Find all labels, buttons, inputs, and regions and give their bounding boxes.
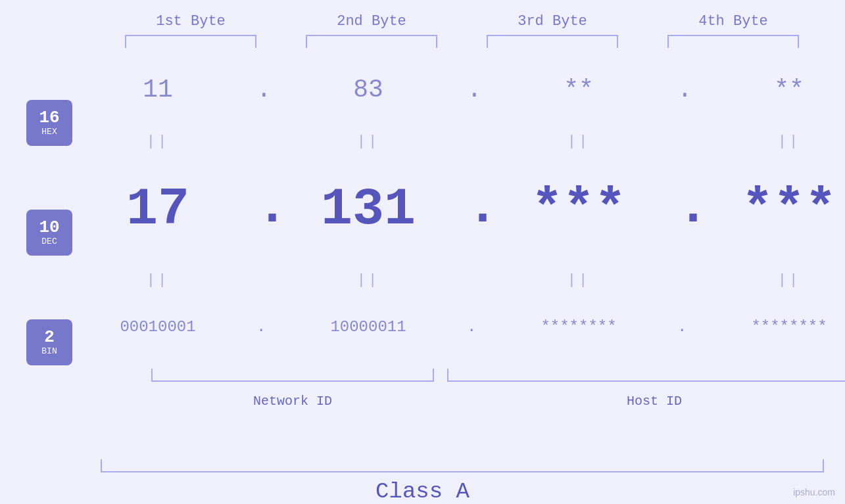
bin-badge: 2 BIN (26, 319, 72, 365)
main-container: 1st Byte 2nd Byte 3rd Byte 4th Byte 16 H… (0, 0, 845, 504)
bin-row: 00010001 . 10000011 . ******** . *******… (72, 318, 845, 336)
bin-dot-2: . (467, 318, 480, 336)
hex-dot-1: . (256, 76, 270, 104)
byte4-header: 4th Byte (661, 13, 806, 30)
byte2-header: 2nd Byte (299, 13, 444, 30)
hex-val-1: 11 (85, 76, 230, 104)
equals-2-2: || (296, 272, 441, 288)
bin-val-2: 10000011 (296, 318, 441, 336)
bin-badge-label: BIN (41, 346, 57, 356)
bin-val-3: ******** (506, 318, 651, 336)
hex-cell-4: ** (717, 76, 845, 104)
equals-1-3: || (506, 133, 651, 150)
dec-val-1: 17 (85, 179, 230, 239)
hex-dot-3: . (677, 76, 690, 104)
equals-2-1: || (85, 272, 230, 288)
bin-cell-4: ******** (717, 318, 845, 336)
bottom-section: Network ID Host ID (151, 369, 845, 409)
bin-cell-2: 10000011 (296, 318, 441, 336)
dec-row: 17 . 131 . *** . *** (72, 179, 845, 242)
dec-val-2: 131 (296, 179, 441, 239)
equals-row-2: || || || || (72, 272, 845, 288)
host-id-label: Host ID (434, 394, 845, 409)
hex-val-2: 83 (296, 76, 441, 104)
badges-column: 16 HEX 10 DEC 2 BIN (0, 61, 72, 449)
rows-area: 11 . 83 . ** . ** || || (72, 61, 845, 449)
host-bracket (447, 369, 845, 382)
hex-row: 11 . 83 . ** . ** (72, 76, 845, 104)
equals-row-1: || || || || (72, 133, 845, 150)
network-id-label: Network ID (151, 394, 434, 409)
dec-val-3: *** (506, 179, 651, 239)
watermark: ipshu.com (793, 487, 835, 497)
dec-badge-label: DEC (41, 237, 57, 246)
hex-val-3: ** (506, 76, 651, 104)
top-brackets (101, 35, 824, 48)
big-bottom-bracket (101, 459, 824, 472)
hex-cell-2: 83 (296, 76, 441, 104)
equals-2-4: || (717, 272, 845, 288)
hex-badge-label: HEX (41, 127, 57, 137)
bin-cell-1: 00010001 (85, 318, 230, 336)
dec-cell-2: 131 (296, 179, 441, 239)
class-label: Class A (0, 479, 845, 504)
byte2-bracket (306, 35, 437, 48)
hex-val-4: ** (717, 76, 845, 104)
bin-val-4: ******** (717, 318, 845, 336)
dec-badge-number: 10 (39, 218, 59, 237)
dec-dot-2: . (467, 181, 480, 239)
byte1-header: 1st Byte (118, 13, 263, 30)
equals-1-4: || (717, 133, 845, 150)
bottom-labels: Network ID Host ID (151, 394, 845, 409)
byte3-header: 3rd Byte (480, 13, 625, 30)
bin-badge-number: 2 (44, 328, 55, 347)
equals-1-2: || (296, 133, 441, 150)
network-bracket (151, 369, 434, 382)
hex-cell-3: ** (506, 76, 651, 104)
dec-dot-3: . (677, 181, 690, 239)
byte4-bracket (667, 35, 799, 48)
byte3-bracket (487, 35, 618, 48)
hex-badge-number: 16 (39, 108, 59, 127)
dec-cell-3: *** (506, 179, 651, 239)
byte1-bracket (125, 35, 256, 48)
bin-cell-3: ******** (506, 318, 651, 336)
dec-cell-1: 17 (85, 179, 230, 239)
content-area: 16 HEX 10 DEC 2 BIN 11 . 83 (0, 61, 845, 449)
equals-2-3: || (506, 272, 651, 288)
dec-dot-1: . (256, 181, 270, 239)
bin-dot-3: . (677, 318, 690, 336)
bin-dot-1: . (256, 318, 270, 336)
hex-dot-2: . (467, 76, 480, 104)
dec-cell-4: *** (717, 179, 845, 239)
dec-val-4: *** (717, 179, 845, 239)
bottom-brackets (151, 369, 845, 388)
byte-headers: 1st Byte 2nd Byte 3rd Byte 4th Byte (101, 13, 824, 30)
bin-val-1: 00010001 (85, 318, 230, 336)
dec-badge: 10 DEC (26, 210, 72, 256)
equals-1-1: || (85, 133, 230, 150)
hex-badge: 16 HEX (26, 100, 72, 146)
hex-cell-1: 11 (85, 76, 230, 104)
